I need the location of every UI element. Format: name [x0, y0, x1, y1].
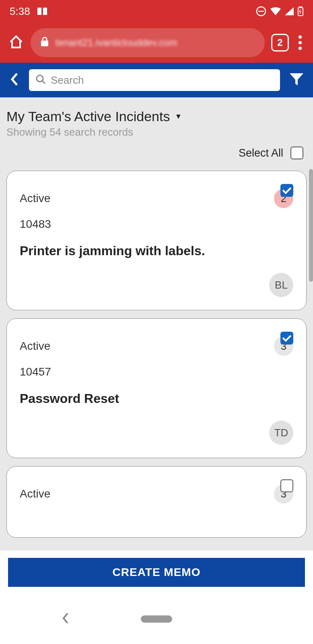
no-entry-icon: [256, 6, 266, 17]
incident-checkbox[interactable]: [280, 184, 293, 197]
filter-button[interactable]: [286, 70, 307, 90]
incident-card[interactable]: Active 2 10483 Printer is jamming with l…: [6, 171, 307, 310]
scrollbar[interactable]: [309, 169, 313, 282]
incident-status: Active: [20, 192, 50, 205]
wifi-icon: [270, 7, 281, 15]
create-memo-button[interactable]: CREATE MEMO: [8, 558, 305, 587]
chevron-down-icon: ▼: [175, 112, 182, 121]
incident-card[interactable]: Active 3: [6, 466, 307, 538]
svg-line-6: [42, 81, 45, 84]
nav-home-pill[interactable]: [141, 615, 172, 623]
url-text: tenant21.ivanticlouddev.com: [56, 37, 177, 48]
search-icon: [35, 74, 46, 86]
incident-card[interactable]: Active 3 10457 Password Reset TD: [6, 318, 307, 458]
incident-status: Active: [20, 340, 50, 353]
incident-status: Active: [20, 487, 50, 500]
android-status-bar: 5:38: [0, 0, 313, 23]
content-area: My Team's Active Incidents ▼ Showing 54 …: [0, 97, 313, 584]
battery-icon: [298, 6, 303, 16]
incident-id: 10483: [20, 218, 293, 231]
lock-icon: [40, 37, 49, 49]
tab-count: 2: [277, 37, 282, 48]
home-icon[interactable]: [8, 34, 24, 52]
signal-icon: [285, 7, 294, 15]
incident-checkbox[interactable]: [280, 332, 293, 345]
android-nav-bar: [0, 594, 313, 644]
incident-title: Printer is jamming with labels.: [20, 244, 293, 258]
search-box[interactable]: [29, 69, 280, 91]
search-input[interactable]: [51, 74, 274, 87]
back-button[interactable]: [6, 69, 23, 91]
assignee-avatar: TD: [269, 421, 293, 445]
svg-rect-4: [41, 41, 48, 46]
status-time: 5:38: [10, 5, 30, 18]
record-count: Showing 54 search records: [6, 126, 307, 138]
browser-menu-button[interactable]: [295, 32, 305, 53]
browser-toolbar: tenant21.ivanticlouddev.com 2: [0, 23, 313, 63]
select-all-checkbox[interactable]: [290, 147, 303, 159]
view-selector[interactable]: My Team's Active Incidents ▼: [6, 104, 307, 126]
svg-rect-3: [299, 6, 302, 8]
svg-point-5: [37, 75, 43, 82]
incident-title: Password Reset: [20, 391, 293, 406]
book-icon: [37, 7, 48, 16]
url-bar[interactable]: tenant21.ivanticlouddev.com: [31, 28, 265, 57]
incident-id: 10457: [20, 365, 293, 378]
nav-back-button[interactable]: [60, 611, 70, 627]
bottom-action-bar: CREATE MEMO: [0, 551, 313, 594]
app-header: [0, 63, 313, 97]
select-all-label: Select All: [239, 147, 283, 159]
assignee-avatar: BL: [269, 273, 293, 297]
tab-count-button[interactable]: 2: [271, 34, 289, 52]
page-title: My Team's Active Incidents: [6, 109, 170, 124]
incident-checkbox[interactable]: [280, 479, 293, 492]
